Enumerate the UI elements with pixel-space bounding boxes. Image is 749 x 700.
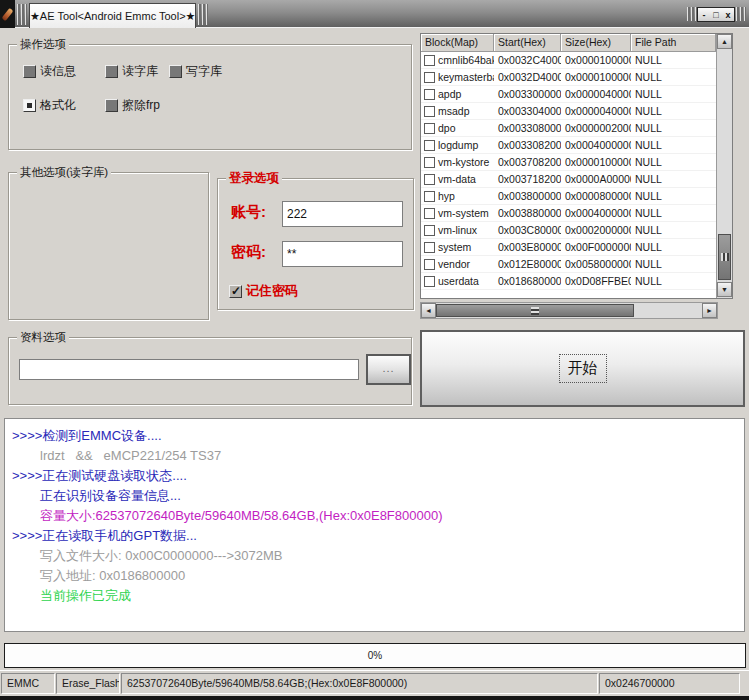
partition-filepath: NULL [631,156,716,168]
row-checkbox[interactable] [424,72,435,83]
other-options-group: 其他选项(读字库) [8,172,209,320]
app-window: ★AE Tool<Android Emmc Tool>★ - □ x 操作选项 … [0,0,749,700]
partition-filepath: NULL [631,258,716,270]
progress-percent: 0% [368,650,382,661]
partition-name: msadp [438,105,470,117]
partition-size: 0x0D08FFBE00 [561,275,631,287]
table-row[interactable]: system 0x003E800000 0x00F0000000 NULL [421,239,716,256]
brush-icon [2,7,14,20]
maximize-button[interactable]: □ [712,9,721,21]
table-row[interactable]: hyp 0x0038000000 0x0000800000 NULL [421,188,716,205]
column-header-size[interactable]: Size(Hex) [561,34,631,52]
partition-filepath: NULL [631,122,716,134]
status-address: 0x0246700000 [599,673,740,694]
check-icon: ✓ [231,284,241,298]
close-button[interactable]: x [724,9,733,21]
horizontal-scrollbar[interactable]: ◄ ► [420,302,718,319]
row-checkbox[interactable] [424,208,435,219]
table-row[interactable]: cmnlib64bak 0x0032C40000 0x0000100000 NU… [421,52,716,69]
window-title: ★AE Tool<Android Emmc Tool>★ [29,3,196,28]
arrow-up-icon: ▲ [721,38,728,45]
table-row[interactable]: dpo 0x0033080000 0x0000002000 NULL [421,120,716,137]
start-button[interactable]: 开始 [420,330,745,407]
scroll-left-button[interactable]: ◄ [421,303,436,318]
password-input[interactable] [282,241,403,267]
checkbox-remember-password[interactable]: ✓ 记住密码 [229,282,298,300]
partition-name: hyp [438,190,455,202]
checkbox-icon[interactable] [169,65,182,78]
row-checkbox[interactable] [424,89,435,100]
partition-name: vendor [438,258,470,270]
partition-filepath: NULL [631,173,716,185]
row-checkbox[interactable] [424,191,435,202]
row-checkbox[interactable] [424,276,435,287]
partition-start: 0x0032D40000 [494,71,561,83]
table-row[interactable]: userdata 0x0186800000 0x0D08FFBE00 NULL [421,273,716,290]
partition-size: 0x0004000000 [561,207,631,219]
log-line: >>>>正在读取手机的GPT数据... [12,526,744,546]
log-line: 正在识别设备容量信息... [12,486,744,506]
log-console[interactable]: >>>>检测到EMMC设备.... lrdzt && eMCP221/254 T… [4,418,745,632]
minimize-button[interactable]: - [700,9,709,21]
partition-size: 0x0000100000 [561,71,631,83]
log-line: 当前操作已完成 [12,586,744,606]
scroll-up-button[interactable]: ▲ [717,34,732,49]
checkbox-read-flash[interactable]: 读字库 [105,63,158,80]
partition-size: 0x0000A00000 [561,173,631,185]
checkbox-icon-checked[interactable]: ✓ [229,285,242,298]
table-row[interactable]: keymasterbak 0x0032D40000 0x0000100000 N… [421,69,716,86]
account-input[interactable] [282,201,403,227]
table-row[interactable]: logdump 0x0033082000 0x0004000000 NULL [421,137,716,154]
column-header-block[interactable]: Block(Map) [421,34,494,52]
row-checkbox[interactable] [424,55,435,66]
group-title: 操作选项 [17,37,69,52]
status-device: EMMC [1,673,55,694]
partition-name: vm-data [438,173,476,185]
partition-start: 0x0038000000 [494,190,561,202]
row-checkbox[interactable] [424,123,435,134]
row-checkbox[interactable] [424,225,435,236]
vertical-scroll-thumb[interactable] [718,234,731,280]
table-row[interactable]: vendor 0x012E800000 0x0058000000 NULL [421,256,716,273]
row-checkbox[interactable] [424,174,435,185]
partition-filepath: NULL [631,54,716,66]
row-checkbox[interactable] [424,106,435,117]
horizontal-scroll-thumb[interactable] [436,304,634,317]
table-row[interactable]: vm-kystore 0x0037082000 0x0000100000 NUL… [421,154,716,171]
table-row[interactable]: msadp 0x0033040000 0x0000040000 NULL [421,103,716,120]
table-row[interactable]: vm-linux 0x003C800000 0x0002000000 NULL [421,222,716,239]
scroll-right-button[interactable]: ► [702,303,717,318]
column-header-filepath[interactable]: File Path [631,34,716,52]
checkbox-icon[interactable] [23,65,36,78]
checkbox-erase-frp[interactable]: 擦除frp [105,97,160,114]
row-checkbox[interactable] [424,157,435,168]
title-bar[interactable]: ★AE Tool<Android Emmc Tool>★ - □ x [0,0,749,28]
checkbox-label: 记住密码 [246,282,298,300]
partition-start: 0x0033040000 [494,105,561,117]
titlebar-grip [17,4,27,25]
column-header-start[interactable]: Start(Hex) [494,34,561,52]
checkbox-icon-checked[interactable] [23,99,36,112]
row-checkbox[interactable] [424,242,435,253]
row-checkbox[interactable] [424,140,435,151]
scroll-down-button[interactable]: ▼ [717,282,732,297]
checkbox-label: 擦除frp [122,97,160,114]
partition-name: dpo [438,122,456,134]
table-row[interactable]: vm-system 0x0038800000 0x0004000000 NULL [421,205,716,222]
checkbox-write-flash[interactable]: 写字库 [169,63,222,80]
file-path-input[interactable] [19,359,359,380]
row-checkbox[interactable] [424,259,435,270]
table-row[interactable]: apdp 0x0033000000 0x0000040000 NULL [421,86,716,103]
checkbox-icon[interactable] [105,99,118,112]
checkbox-format[interactable]: 格式化 [23,97,76,114]
browse-button[interactable]: ... [366,354,411,385]
table-header: Block(Map) Start(Hex) Size(Hex) File Pat… [421,34,732,52]
vertical-scrollbar[interactable]: ▲ ▼ [716,34,732,298]
checkbox-read-info[interactable]: 读信息 [23,63,76,80]
checkbox-icon[interactable] [105,65,118,78]
partition-size: 0x0000040000 [561,88,631,100]
status-bar: EMMC Erase_Flash 62537072640Byte/59640MB… [0,670,749,696]
titlebar-grip [198,4,208,25]
table-row[interactable]: vm-data 0x0037182000 0x0000A00000 NULL [421,171,716,188]
partition-size: 0x0000100000 [561,54,631,66]
